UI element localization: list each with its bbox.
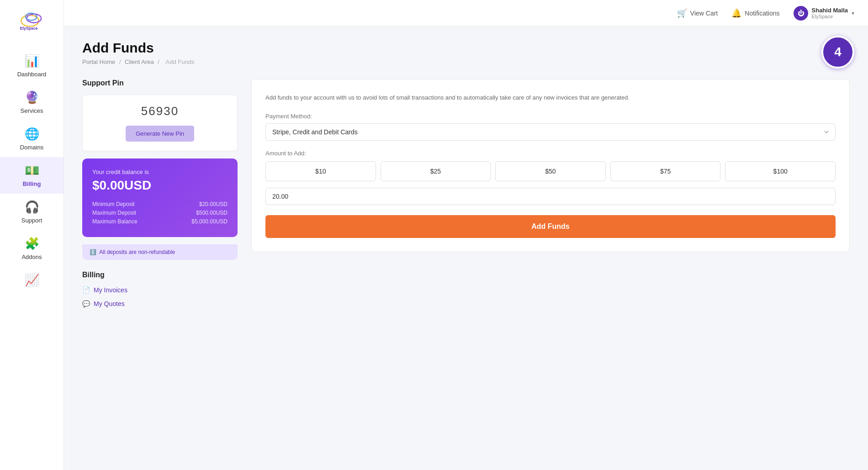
right-panel: Add funds to your account with us to avo… bbox=[251, 79, 850, 252]
refund-note-text: All deposits are non-refundable bbox=[99, 249, 175, 255]
sidebar: ElySpace 📊 Dashboard 🔮 Services 🌐 Domain… bbox=[0, 0, 64, 470]
my-quotes-label: My Quotes bbox=[94, 300, 125, 307]
notifications-label: Notifications bbox=[745, 10, 779, 17]
credit-card-container: Your credit balance is $0.00USD Minimum … bbox=[82, 158, 238, 260]
refund-note: ℹ️ All deposits are non-refundable bbox=[82, 244, 238, 260]
analytics-icon: 📈 bbox=[25, 273, 39, 287]
payment-method-select[interactable]: Stripe, Credit and Debit Cards PayPal Ba… bbox=[265, 123, 836, 141]
credit-balance-label: Your credit balance is bbox=[92, 169, 228, 175]
view-cart-action[interactable]: 🛒 View Cart bbox=[677, 8, 718, 18]
support-icon: 🎧 bbox=[25, 200, 39, 214]
quotes-icon: 💬 bbox=[82, 300, 90, 307]
min-deposit-value: $20.00USD bbox=[199, 201, 228, 207]
domains-icon: 🌐 bbox=[25, 127, 39, 141]
sidebar-item-dashboard-label: Dashboard bbox=[17, 71, 47, 78]
sidebar-item-billing-label: Billing bbox=[23, 180, 41, 187]
max-balance-row: Maximum Balance $5,000.00USD bbox=[92, 218, 228, 225]
breadcrumb-sep-1: / bbox=[119, 58, 122, 65]
sidebar-item-support[interactable]: 🎧 Support bbox=[0, 194, 64, 230]
user-org: ElySpace bbox=[812, 14, 848, 19]
svg-text:ElySpace: ElySpace bbox=[20, 26, 37, 31]
logo[interactable]: ElySpace bbox=[11, 5, 53, 38]
payment-method-label: Payment Method: bbox=[265, 113, 836, 120]
sidebar-item-services-label: Services bbox=[21, 107, 43, 114]
chevron-down-icon: ▾ bbox=[852, 10, 854, 16]
user-name: Shahid Malla bbox=[812, 7, 848, 14]
credit-amount: $0.00USD bbox=[92, 178, 228, 193]
max-balance-value: $5,000.00USD bbox=[191, 218, 228, 225]
support-pin-box: 56930 Generate New Pin bbox=[82, 95, 238, 151]
pin-number: 56930 bbox=[92, 104, 228, 118]
amount-btn-25[interactable]: $25 bbox=[381, 161, 491, 181]
my-invoices-link[interactable]: 📄 My Invoices bbox=[82, 286, 238, 294]
max-deposit-label: Maximum Deposit bbox=[92, 210, 136, 216]
breadcrumb-portal-home[interactable]: Portal Home bbox=[82, 58, 115, 65]
billing-section: Billing 📄 My Invoices 💬 My Quotes bbox=[82, 271, 238, 307]
breadcrumb: Portal Home / Client Area / Add Funds bbox=[82, 58, 850, 65]
sidebar-item-dashboard[interactable]: 📊 Dashboard bbox=[0, 48, 64, 84]
amount-input[interactable] bbox=[265, 188, 836, 205]
sidebar-item-addons-label: Addons bbox=[21, 253, 42, 260]
page-content: 4 Add Funds Portal Home / Client Area / … bbox=[64, 26, 868, 470]
billing-section-title: Billing bbox=[82, 271, 238, 279]
max-deposit-value: $500.00USD bbox=[196, 210, 228, 216]
my-quotes-link[interactable]: 💬 My Quotes bbox=[82, 300, 238, 307]
amount-btn-75[interactable]: $75 bbox=[610, 161, 721, 181]
sidebar-item-billing[interactable]: 💵 Billing bbox=[0, 157, 64, 194]
bell-icon: 🔔 bbox=[731, 8, 741, 18]
max-balance-label: Maximum Balance bbox=[92, 218, 138, 225]
support-pin-title: Support Pin bbox=[82, 79, 238, 87]
dashboard-icon: 📊 bbox=[25, 54, 39, 68]
header: 🛒 View Cart 🔔 Notifications ⏻ Shahid Mal… bbox=[64, 0, 868, 26]
max-deposit-row: Maximum Deposit $500.00USD bbox=[92, 210, 228, 216]
breadcrumb-client-area[interactable]: Client Area bbox=[125, 58, 154, 65]
step-badge: 4 bbox=[821, 36, 854, 69]
notifications-action[interactable]: 🔔 Notifications bbox=[731, 8, 779, 18]
amount-to-add-label: Amount to Add: bbox=[265, 150, 836, 157]
min-deposit-row: Minimum Deposit $20.00USD bbox=[92, 201, 228, 207]
avatar: ⏻ bbox=[794, 6, 808, 21]
amount-btn-50[interactable]: $50 bbox=[495, 161, 606, 181]
user-menu[interactable]: ⏻ Shahid Malla ElySpace ▾ bbox=[794, 6, 854, 21]
left-column: Support Pin 56930 Generate New Pin Your … bbox=[82, 79, 238, 314]
add-funds-button[interactable]: Add Funds bbox=[265, 215, 836, 238]
cart-icon: 🛒 bbox=[677, 8, 687, 18]
page-title: Add Funds bbox=[82, 40, 850, 56]
amount-buttons-group: $10 $25 $50 $75 $100 bbox=[265, 161, 836, 181]
view-cart-label: View Cart bbox=[690, 10, 718, 17]
amount-btn-100[interactable]: $100 bbox=[725, 161, 836, 181]
sidebar-item-analytics[interactable]: 📈 bbox=[0, 267, 64, 296]
billing-icon: 💵 bbox=[25, 164, 39, 178]
main-area: 🛒 View Cart 🔔 Notifications ⏻ Shahid Mal… bbox=[64, 0, 868, 470]
sidebar-item-addons[interactable]: 🧩 Addons bbox=[0, 230, 64, 267]
two-column-layout: Support Pin 56930 Generate New Pin Your … bbox=[82, 79, 850, 314]
panel-description: Add funds to your account with us to avo… bbox=[265, 93, 836, 103]
credit-card: Your credit balance is $0.00USD Minimum … bbox=[82, 158, 238, 237]
addons-icon: 🧩 bbox=[25, 237, 39, 251]
invoice-icon: 📄 bbox=[82, 286, 90, 294]
sidebar-item-services[interactable]: 🔮 Services bbox=[0, 84, 64, 121]
sidebar-item-support-label: Support bbox=[21, 217, 42, 224]
amount-btn-10[interactable]: $10 bbox=[265, 161, 376, 181]
generate-pin-button[interactable]: Generate New Pin bbox=[126, 126, 194, 142]
sidebar-item-domains-label: Domains bbox=[20, 144, 43, 151]
services-icon: 🔮 bbox=[25, 90, 39, 105]
breadcrumb-sep-2: / bbox=[158, 58, 161, 65]
user-details: Shahid Malla ElySpace bbox=[812, 7, 848, 19]
min-deposit-label: Minimum Deposit bbox=[92, 201, 135, 207]
breadcrumb-current: Add Funds bbox=[166, 58, 195, 65]
info-icon: ℹ️ bbox=[90, 249, 96, 255]
my-invoices-label: My Invoices bbox=[94, 286, 127, 294]
sidebar-item-domains[interactable]: 🌐 Domains bbox=[0, 121, 64, 157]
badge-number: 4 bbox=[834, 45, 842, 59]
